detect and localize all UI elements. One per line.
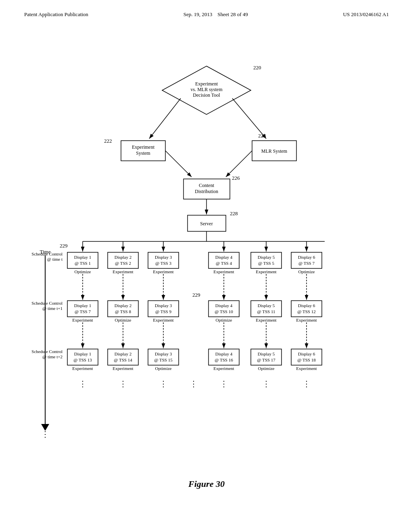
svg-text:Display 2: Display 2 (115, 351, 131, 356)
label-220: 220 (253, 64, 261, 71)
svg-text:Display 4: Display 4 (215, 255, 233, 260)
svg-text:@ time t: @ time t (47, 257, 63, 262)
label-226: 226 (232, 175, 240, 181)
svg-text:Display 1: Display 1 (74, 303, 91, 308)
svg-text:@ TSS 13: @ TSS 13 (73, 357, 92, 362)
dots-col4: ⋮ (220, 379, 228, 388)
svg-text:@ TSS 3: @ TSS 3 (155, 261, 171, 266)
svg-text:@ TSS 18: @ TSS 18 (297, 357, 316, 362)
svg-text:Display 6: Display 6 (298, 255, 315, 260)
svg-text:Experiment: Experiment (132, 144, 155, 150)
svg-text:@ TSS 2: @ TSS 2 (115, 261, 131, 266)
svg-text:Display 1: Display 1 (74, 351, 91, 356)
label-222: 222 (104, 138, 112, 144)
diagram-svg: Experiment vs. MLR system Decision Tool … (0, 26, 413, 501)
mode-r3-d2: Experiment (113, 366, 133, 371)
svg-text:Content: Content (199, 183, 215, 188)
svg-text:Display 6: Display 6 (298, 303, 315, 308)
schedule-t-label: Schedule Control (31, 251, 63, 256)
header-right: US 2013/0246162 A1 (343, 11, 389, 18)
svg-text:@ TSS 1: @ TSS 1 (75, 261, 91, 266)
svg-text:Display 2: Display 2 (115, 303, 131, 308)
svg-text:@ TSS 14: @ TSS 14 (114, 357, 132, 362)
svg-text:@ TSS 7: @ TSS 7 (75, 309, 91, 314)
svg-text:@ TSS 16: @ TSS 16 (215, 357, 233, 362)
mode-r2-d5: Experiment (256, 318, 276, 322)
svg-text:@ time t+1: @ time t+1 (42, 306, 63, 311)
svg-text:@ TSS 17: @ TSS 17 (257, 357, 275, 362)
svg-text:System: System (136, 150, 150, 156)
schedule-t1-label: Schedule Control (31, 301, 63, 305)
mode-r1-d4: Experiment (213, 269, 234, 274)
mode-r3-d6: Experiment (296, 366, 317, 371)
svg-text:Display 4: Display 4 (215, 303, 233, 308)
svg-text:Display 6: Display 6 (298, 351, 315, 356)
svg-text:Display 3: Display 3 (155, 255, 172, 260)
label-224: 224 (258, 133, 266, 139)
figure-caption: Figure 30 (0, 479, 413, 489)
mode-r1-d2: Experiment (113, 269, 133, 274)
mode-r3-d1: Experiment (72, 366, 93, 371)
mode-r2-d2: Optimize (115, 318, 131, 322)
svg-text:Distribution: Distribution (195, 189, 218, 194)
mode-r1-d3: Experiment (153, 269, 173, 274)
dots-col6: ⋮ (302, 379, 311, 388)
svg-text:@ TSS 4: @ TSS 4 (216, 261, 232, 266)
svg-text:@ TSS 11: @ TSS 11 (257, 309, 275, 314)
mode-r3-d5: Optimize (258, 366, 275, 371)
header-center: Sep. 19, 2013 Sheet 28 of 49 (184, 11, 248, 18)
mode-r1-d1: Optimize (75, 269, 91, 274)
arrow-mlr-to-cd (226, 151, 252, 177)
dots-col3: ⋮ (159, 379, 167, 388)
mode-r3-d3: Optimize (155, 366, 172, 371)
dots-time: ⋮ (41, 430, 49, 438)
svg-text:Decision Tool: Decision Tool (193, 92, 220, 98)
svg-text:Server: Server (200, 221, 213, 227)
decision-label: Experiment (195, 81, 218, 87)
dots-col4a: ⋮ (190, 379, 198, 388)
svg-text:@ TSS 12: @ TSS 12 (297, 309, 315, 314)
dots-col5: ⋮ (262, 379, 270, 388)
header: Patent Application Publication Sep. 19, … (0, 0, 413, 22)
mode-r2-d6: Experiment (296, 318, 317, 322)
svg-text:@ time t+2: @ time t+2 (42, 354, 63, 359)
svg-text:Display 4: Display 4 (215, 351, 233, 356)
label-228: 228 (230, 210, 238, 216)
svg-text:Display 3: Display 3 (155, 303, 172, 308)
mode-r2-d4: Optimize (216, 318, 232, 322)
mode-r2-d3: Experiment (153, 318, 173, 322)
dots-col1: ⋮ (79, 379, 87, 388)
mode-r3-d4: Experiment (213, 366, 234, 371)
header-left: Patent Application Publication (24, 11, 88, 18)
label-229a: 229 (60, 243, 68, 249)
dots-col2: ⋮ (119, 379, 127, 388)
svg-text:MLR System: MLR System (261, 148, 288, 154)
svg-text:Display 5: Display 5 (258, 303, 275, 308)
mode-r1-d5: Experiment (256, 269, 276, 274)
svg-text:Display 5: Display 5 (258, 351, 275, 356)
svg-text:@ TSS 15: @ TSS 15 (154, 357, 173, 362)
label-229b: 229 (192, 292, 200, 298)
svg-text:@ TSS 9: @ TSS 9 (155, 309, 171, 314)
svg-text:@ TSS 7: @ TSS 7 (298, 261, 315, 266)
svg-text:@ TSS 10: @ TSS 10 (215, 309, 233, 314)
svg-text:Display 2: Display 2 (115, 255, 131, 260)
schedule-t2-label: Schedule Control (31, 349, 63, 354)
diagram-area: Experiment vs. MLR system Decision Tool … (0, 26, 413, 501)
mode-r1-d6: Optimize (298, 269, 315, 274)
svg-text:@ TSS 5: @ TSS 5 (258, 261, 274, 266)
svg-text:@ TSS 8: @ TSS 8 (115, 309, 131, 314)
arrow-exp-to-cd (165, 151, 192, 177)
arrow-to-experiment (149, 98, 181, 139)
svg-text:Display 5: Display 5 (258, 255, 275, 260)
svg-text:Display 3: Display 3 (155, 351, 172, 356)
svg-text:Display 1: Display 1 (74, 255, 91, 260)
mode-r2-d1: Experiment (72, 318, 93, 322)
svg-text:vs. MLR system: vs. MLR system (190, 87, 223, 92)
